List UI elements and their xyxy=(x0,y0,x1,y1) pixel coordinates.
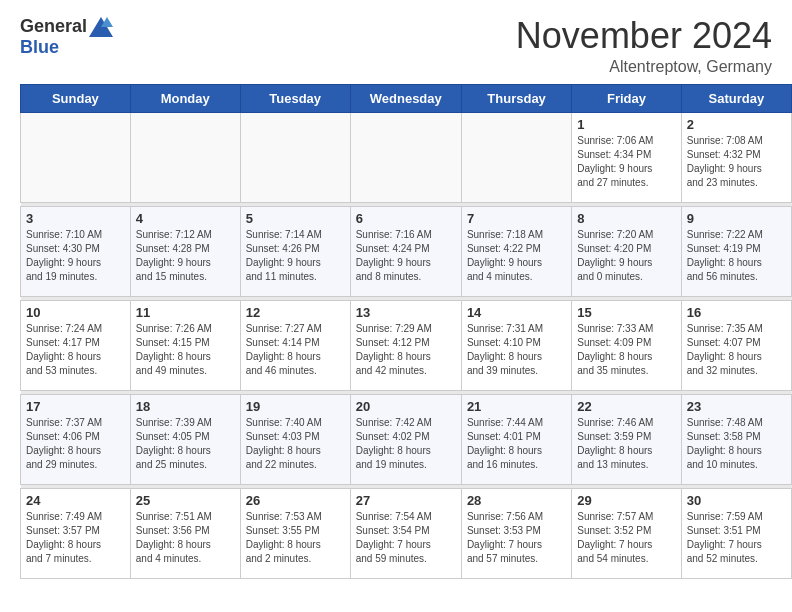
day-cell: 19Sunrise: 7:40 AM Sunset: 4:03 PM Dayli… xyxy=(240,394,350,484)
day-cell: 9Sunrise: 7:22 AM Sunset: 4:19 PM Daylig… xyxy=(681,206,791,296)
day-number: 28 xyxy=(467,493,566,508)
day-info: Sunrise: 7:57 AM Sunset: 3:52 PM Dayligh… xyxy=(577,510,675,566)
day-cell: 12Sunrise: 7:27 AM Sunset: 4:14 PM Dayli… xyxy=(240,300,350,390)
day-number: 29 xyxy=(577,493,675,508)
day-info: Sunrise: 7:39 AM Sunset: 4:05 PM Dayligh… xyxy=(136,416,235,472)
day-cell: 15Sunrise: 7:33 AM Sunset: 4:09 PM Dayli… xyxy=(572,300,681,390)
day-info: Sunrise: 7:54 AM Sunset: 3:54 PM Dayligh… xyxy=(356,510,456,566)
day-number: 22 xyxy=(577,399,675,414)
header-sunday: Sunday xyxy=(21,84,131,112)
day-info: Sunrise: 7:48 AM Sunset: 3:58 PM Dayligh… xyxy=(687,416,786,472)
logo: General Blue xyxy=(20,16,113,58)
day-cell xyxy=(350,112,461,202)
day-info: Sunrise: 7:16 AM Sunset: 4:24 PM Dayligh… xyxy=(356,228,456,284)
week-row-4: 17Sunrise: 7:37 AM Sunset: 4:06 PM Dayli… xyxy=(21,394,792,484)
day-number: 14 xyxy=(467,305,566,320)
day-cell: 3Sunrise: 7:10 AM Sunset: 4:30 PM Daylig… xyxy=(21,206,131,296)
header-wednesday: Wednesday xyxy=(350,84,461,112)
day-number: 21 xyxy=(467,399,566,414)
logo-icon xyxy=(89,17,113,37)
day-number: 25 xyxy=(136,493,235,508)
day-info: Sunrise: 7:59 AM Sunset: 3:51 PM Dayligh… xyxy=(687,510,786,566)
day-number: 3 xyxy=(26,211,125,226)
day-cell xyxy=(21,112,131,202)
day-info: Sunrise: 7:46 AM Sunset: 3:59 PM Dayligh… xyxy=(577,416,675,472)
day-info: Sunrise: 7:42 AM Sunset: 4:02 PM Dayligh… xyxy=(356,416,456,472)
day-number: 27 xyxy=(356,493,456,508)
day-cell: 27Sunrise: 7:54 AM Sunset: 3:54 PM Dayli… xyxy=(350,488,461,578)
day-cell: 26Sunrise: 7:53 AM Sunset: 3:55 PM Dayli… xyxy=(240,488,350,578)
day-cell xyxy=(240,112,350,202)
logo-general-text: General xyxy=(20,16,87,37)
day-info: Sunrise: 7:37 AM Sunset: 4:06 PM Dayligh… xyxy=(26,416,125,472)
day-info: Sunrise: 7:49 AM Sunset: 3:57 PM Dayligh… xyxy=(26,510,125,566)
day-number: 19 xyxy=(246,399,345,414)
day-info: Sunrise: 7:51 AM Sunset: 3:56 PM Dayligh… xyxy=(136,510,235,566)
day-number: 4 xyxy=(136,211,235,226)
day-cell: 21Sunrise: 7:44 AM Sunset: 4:01 PM Dayli… xyxy=(461,394,571,484)
day-number: 5 xyxy=(246,211,345,226)
day-cell xyxy=(461,112,571,202)
calendar-wrapper: Sunday Monday Tuesday Wednesday Thursday… xyxy=(0,84,792,589)
day-info: Sunrise: 7:44 AM Sunset: 4:01 PM Dayligh… xyxy=(467,416,566,472)
week-row-5: 24Sunrise: 7:49 AM Sunset: 3:57 PM Dayli… xyxy=(21,488,792,578)
location-text: Altentreptow, Germany xyxy=(516,58,772,76)
day-cell: 4Sunrise: 7:12 AM Sunset: 4:28 PM Daylig… xyxy=(130,206,240,296)
week-row-2: 3Sunrise: 7:10 AM Sunset: 4:30 PM Daylig… xyxy=(21,206,792,296)
day-number: 30 xyxy=(687,493,786,508)
day-info: Sunrise: 7:56 AM Sunset: 3:53 PM Dayligh… xyxy=(467,510,566,566)
day-cell: 14Sunrise: 7:31 AM Sunset: 4:10 PM Dayli… xyxy=(461,300,571,390)
day-cell: 18Sunrise: 7:39 AM Sunset: 4:05 PM Dayli… xyxy=(130,394,240,484)
day-number: 17 xyxy=(26,399,125,414)
day-info: Sunrise: 7:35 AM Sunset: 4:07 PM Dayligh… xyxy=(687,322,786,378)
day-number: 9 xyxy=(687,211,786,226)
day-number: 10 xyxy=(26,305,125,320)
day-cell: 29Sunrise: 7:57 AM Sunset: 3:52 PM Dayli… xyxy=(572,488,681,578)
day-cell: 22Sunrise: 7:46 AM Sunset: 3:59 PM Dayli… xyxy=(572,394,681,484)
day-cell: 10Sunrise: 7:24 AM Sunset: 4:17 PM Dayli… xyxy=(21,300,131,390)
day-cell: 1Sunrise: 7:06 AM Sunset: 4:34 PM Daylig… xyxy=(572,112,681,202)
day-info: Sunrise: 7:08 AM Sunset: 4:32 PM Dayligh… xyxy=(687,134,786,190)
day-cell: 30Sunrise: 7:59 AM Sunset: 3:51 PM Dayli… xyxy=(681,488,791,578)
day-info: Sunrise: 7:33 AM Sunset: 4:09 PM Dayligh… xyxy=(577,322,675,378)
header-row: Sunday Monday Tuesday Wednesday Thursday… xyxy=(21,84,792,112)
day-cell: 16Sunrise: 7:35 AM Sunset: 4:07 PM Dayli… xyxy=(681,300,791,390)
header-friday: Friday xyxy=(572,84,681,112)
day-number: 8 xyxy=(577,211,675,226)
day-cell: 11Sunrise: 7:26 AM Sunset: 4:15 PM Dayli… xyxy=(130,300,240,390)
header-monday: Monday xyxy=(130,84,240,112)
day-number: 26 xyxy=(246,493,345,508)
day-info: Sunrise: 7:26 AM Sunset: 4:15 PM Dayligh… xyxy=(136,322,235,378)
day-number: 15 xyxy=(577,305,675,320)
day-info: Sunrise: 7:27 AM Sunset: 4:14 PM Dayligh… xyxy=(246,322,345,378)
day-info: Sunrise: 7:12 AM Sunset: 4:28 PM Dayligh… xyxy=(136,228,235,284)
day-info: Sunrise: 7:24 AM Sunset: 4:17 PM Dayligh… xyxy=(26,322,125,378)
day-cell: 24Sunrise: 7:49 AM Sunset: 3:57 PM Dayli… xyxy=(21,488,131,578)
day-cell: 6Sunrise: 7:16 AM Sunset: 4:24 PM Daylig… xyxy=(350,206,461,296)
logo-blue-text: Blue xyxy=(20,37,59,57)
week-row-1: 1Sunrise: 7:06 AM Sunset: 4:34 PM Daylig… xyxy=(21,112,792,202)
day-cell: 13Sunrise: 7:29 AM Sunset: 4:12 PM Dayli… xyxy=(350,300,461,390)
header-tuesday: Tuesday xyxy=(240,84,350,112)
calendar-table: Sunday Monday Tuesday Wednesday Thursday… xyxy=(20,84,792,579)
day-info: Sunrise: 7:06 AM Sunset: 4:34 PM Dayligh… xyxy=(577,134,675,190)
day-cell: 7Sunrise: 7:18 AM Sunset: 4:22 PM Daylig… xyxy=(461,206,571,296)
page-header: General Blue November 2024 Altentreptow,… xyxy=(0,0,792,84)
day-cell: 20Sunrise: 7:42 AM Sunset: 4:02 PM Dayli… xyxy=(350,394,461,484)
day-cell: 8Sunrise: 7:20 AM Sunset: 4:20 PM Daylig… xyxy=(572,206,681,296)
day-cell xyxy=(130,112,240,202)
day-info: Sunrise: 7:20 AM Sunset: 4:20 PM Dayligh… xyxy=(577,228,675,284)
day-info: Sunrise: 7:29 AM Sunset: 4:12 PM Dayligh… xyxy=(356,322,456,378)
day-number: 16 xyxy=(687,305,786,320)
day-number: 7 xyxy=(467,211,566,226)
day-info: Sunrise: 7:40 AM Sunset: 4:03 PM Dayligh… xyxy=(246,416,345,472)
day-number: 20 xyxy=(356,399,456,414)
day-cell: 5Sunrise: 7:14 AM Sunset: 4:26 PM Daylig… xyxy=(240,206,350,296)
day-info: Sunrise: 7:18 AM Sunset: 4:22 PM Dayligh… xyxy=(467,228,566,284)
day-number: 18 xyxy=(136,399,235,414)
day-info: Sunrise: 7:22 AM Sunset: 4:19 PM Dayligh… xyxy=(687,228,786,284)
day-info: Sunrise: 7:14 AM Sunset: 4:26 PM Dayligh… xyxy=(246,228,345,284)
day-info: Sunrise: 7:53 AM Sunset: 3:55 PM Dayligh… xyxy=(246,510,345,566)
month-title: November 2024 xyxy=(516,16,772,56)
day-cell: 28Sunrise: 7:56 AM Sunset: 3:53 PM Dayli… xyxy=(461,488,571,578)
